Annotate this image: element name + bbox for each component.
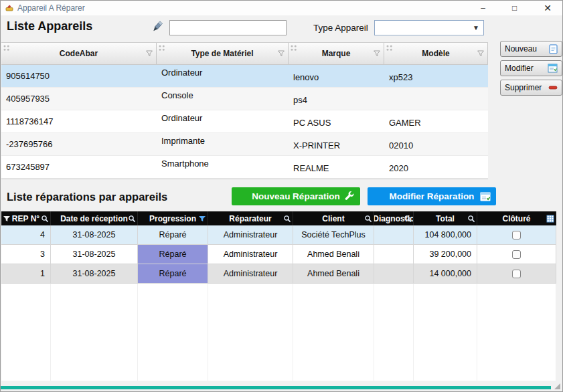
- cell-code: 1118736147: [1, 110, 157, 132]
- empty-cell: [374, 361, 414, 381]
- reparation-row[interactable]: 331-08-2025RéparéAdministrateurAhmed Ben…: [1, 245, 556, 264]
- minimize-button[interactable]: –: [481, 4, 485, 12]
- filter-icon[interactable]: [145, 50, 153, 58]
- cell-cloture: [477, 245, 556, 264]
- button-label: Nouveau: [505, 44, 549, 54]
- barcode-scan-icon[interactable]: [149, 19, 165, 35]
- modifier-reparation-button[interactable]: Modifier Réparation: [368, 187, 496, 205]
- cloture-checkbox[interactable]: [512, 231, 521, 239]
- nouveau-button[interactable]: Nouveau: [500, 41, 562, 57]
- column-chooser-icon[interactable]: [546, 215, 554, 223]
- empty-cell: [51, 361, 138, 381]
- drag-handle-icon: [3, 44, 11, 52]
- reparation-row[interactable]: 431-08-2025RéparéAdministrateurSociété T…: [1, 225, 556, 245]
- empty-cell: [477, 342, 556, 361]
- maximize-button[interactable]: □: [512, 4, 517, 12]
- empty-cell: [1, 284, 51, 303]
- button-label: Supprimer: [505, 83, 548, 92]
- search-icon[interactable]: [364, 215, 372, 223]
- reparations-column-header[interactable]: Clôturé: [477, 211, 556, 225]
- empty-cell: [208, 342, 293, 361]
- empty-cell: [208, 361, 293, 381]
- new-document-icon: [549, 44, 558, 54]
- column-label: Modèle: [422, 49, 449, 58]
- cell-rep: 4: [1, 225, 51, 245]
- empty-cell: [293, 284, 374, 303]
- appareils-column-header[interactable]: CodeAbar: [1, 43, 157, 64]
- appareils-column-header[interactable]: Modèle: [384, 43, 488, 64]
- filter-icon[interactable]: [3, 215, 11, 223]
- cell-client: Ahmed Benali: [293, 245, 374, 264]
- empty-cell: [374, 284, 414, 303]
- cell-cloture: [477, 225, 556, 245]
- close-button[interactable]: ✕: [544, 3, 552, 13]
- filter-icon[interactable]: [198, 215, 206, 223]
- empty-cell: [477, 322, 556, 342]
- empty-cell: [138, 322, 208, 342]
- appareils-column-header[interactable]: Type de Matériel: [157, 43, 289, 64]
- modifier-button[interactable]: Modifier: [500, 60, 562, 76]
- chevron-down-icon: ▼: [473, 24, 479, 31]
- search-icon[interactable]: [283, 215, 291, 223]
- drag-handle-icon: [386, 44, 394, 52]
- edit-form-icon: [548, 64, 558, 73]
- reparations-table: REP N°Date de réceptionProgressionRépara…: [1, 211, 556, 381]
- reparations-column-header[interactable]: Total: [414, 211, 477, 225]
- empty-cell: [293, 303, 374, 322]
- nouveau-reparation-button[interactable]: Nouveau Réparation: [232, 187, 360, 205]
- appareil-row[interactable]: -237695766ImprimanteX-PRINTER02010: [1, 133, 488, 156]
- reparations-column-header[interactable]: Date de réception: [51, 211, 138, 225]
- cell-marque: ps4: [289, 88, 384, 110]
- search-icon[interactable]: [41, 215, 49, 223]
- reparations-column-header[interactable]: Réparateur: [208, 211, 293, 225]
- empty-cell: [138, 284, 208, 303]
- search-input[interactable]: [169, 20, 287, 35]
- resize-grip[interactable]: [554, 383, 560, 389]
- cell-code: 905614750: [1, 65, 157, 87]
- filter-icon[interactable]: [277, 50, 285, 58]
- type-appareil-select[interactable]: ▼: [374, 20, 484, 35]
- appareil-row[interactable]: 673245897SmartphoneREALME2020: [1, 156, 488, 179]
- cell-progression: Réparé: [138, 264, 208, 284]
- empty-row: [1, 361, 556, 381]
- empty-cell: [374, 322, 414, 342]
- empty-cell: [293, 322, 374, 342]
- search-icon[interactable]: [467, 215, 475, 223]
- reparations-body: 431-08-2025RéparéAdministrateurSociété T…: [1, 225, 556, 381]
- cloture-checkbox[interactable]: [512, 270, 521, 278]
- search-icon[interactable]: [404, 215, 412, 223]
- reparations-column-header[interactable]: Progression: [138, 211, 208, 225]
- appareil-row[interactable]: 1118736147OrdinateurPC ASUSGAMER: [1, 110, 488, 133]
- cloture-checkbox[interactable]: [512, 250, 521, 259]
- empty-cell: [293, 361, 374, 381]
- reparations-column-header[interactable]: Diagnostic: [374, 211, 414, 225]
- cell-progression: Réparé: [138, 245, 208, 264]
- cell-rep: 1: [1, 264, 51, 284]
- window-controls: – □ ✕: [481, 3, 558, 13]
- reparations-column-header[interactable]: Client: [293, 211, 374, 225]
- reparation-row[interactable]: 131-08-2025RéparéAdministrateurAhmed Ben…: [1, 264, 556, 284]
- drag-handle-icon: [158, 44, 166, 52]
- appareil-row[interactable]: 405957935Consoleps4: [1, 88, 488, 110]
- cell-diagnostic: [374, 245, 414, 264]
- drag-handle-icon: [290, 44, 298, 52]
- search-icon[interactable]: [128, 215, 136, 223]
- filter-icon[interactable]: [477, 50, 485, 58]
- cell-marque: REALME: [289, 156, 384, 178]
- filter-icon[interactable]: [373, 50, 381, 58]
- horizontal-scrollbar[interactable]: [1, 386, 551, 389]
- empty-cell: [1, 322, 51, 342]
- reparations-column-header[interactable]: REP N°: [1, 211, 51, 225]
- empty-cell: [138, 361, 208, 381]
- supprimer-button[interactable]: Supprimer: [500, 80, 562, 96]
- empty-cell: [414, 342, 477, 361]
- appareil-row[interactable]: 905614750Ordinateurlenovoxp523: [1, 65, 488, 88]
- empty-cell: [51, 322, 138, 342]
- column-label: REP N°: [12, 214, 39, 223]
- column-label: Clôturé: [503, 214, 531, 223]
- appareils-column-header[interactable]: Marque: [289, 43, 384, 64]
- empty-row: [1, 322, 556, 342]
- cell-type: Console: [157, 88, 289, 110]
- empty-row: [1, 342, 556, 361]
- cell-modele: GAMER: [384, 110, 488, 132]
